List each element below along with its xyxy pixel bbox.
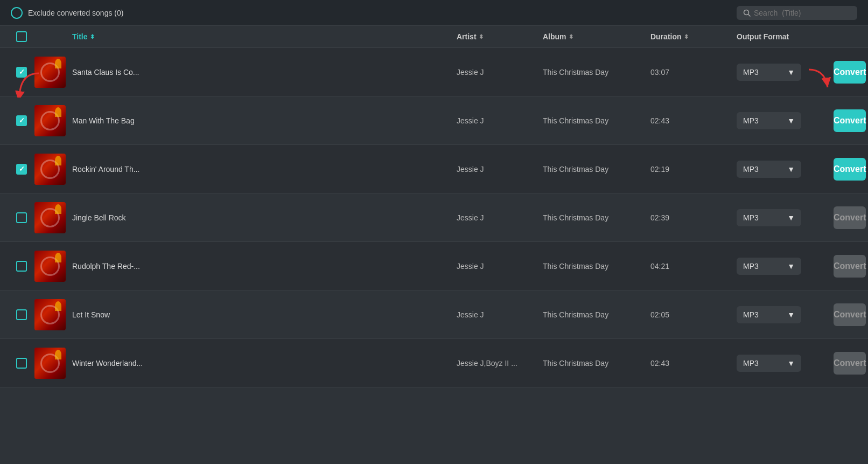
row-checkbox-cell (9, 309, 34, 320)
table-row: Santa Claus Is Co... Jessie J This Chris… (0, 48, 868, 96)
format-dropdown[interactable]: MP3 ▼ (737, 161, 801, 178)
header-checkbox[interactable] (9, 31, 34, 42)
convert-button[interactable]: Convert (834, 352, 866, 375)
convert-button[interactable]: Convert (834, 303, 866, 326)
search-input[interactable] (754, 9, 851, 17)
artist-name: Jessie J (457, 213, 543, 222)
convert-button[interactable]: Convert (834, 206, 866, 229)
convert-button[interactable]: Convert (834, 61, 866, 84)
duration: 02:43 (650, 116, 737, 125)
row-checkbox-cell (9, 115, 34, 126)
row-checkbox[interactable] (16, 309, 27, 320)
action-cell: Convert ✕ (834, 158, 859, 181)
row-checkbox-cell (9, 67, 34, 78)
duration: 04:21 (650, 262, 737, 271)
dropdown-arrow-icon: ▼ (787, 165, 795, 174)
song-title: Santa Claus Is Co... (72, 68, 169, 77)
album-art (34, 154, 66, 185)
duration: 02:19 (650, 165, 737, 174)
album-art-cell (34, 154, 72, 185)
album-art-cell (34, 105, 72, 136)
format-label: MP3 (743, 116, 759, 125)
action-cell: Convert ✕ (834, 303, 859, 326)
format-dropdown[interactable]: MP3 ▼ (737, 112, 801, 129)
table-header: Title ⬍ Artist ⬍ Album ⬍ Duration ⬍ Outp… (0, 26, 868, 48)
format-label: MP3 (743, 165, 759, 174)
artist-name: Jessie J (457, 165, 543, 174)
row-checkbox-cell (9, 212, 34, 223)
album-art (34, 299, 66, 330)
convert-button[interactable]: Convert (834, 255, 866, 278)
row-checkbox[interactable] (16, 164, 27, 175)
album-art (34, 251, 66, 282)
search-icon (743, 9, 751, 17)
album-art (34, 105, 66, 136)
action-cell: Convert ✕ (834, 206, 859, 229)
col-title[interactable]: Title ⬍ (72, 32, 457, 41)
album-art-image (34, 105, 66, 136)
action-cell: Convert ✕ (834, 61, 859, 84)
song-title: Winter Wonderland... (72, 359, 169, 368)
artist-name: Jessie J,Boyz II ... (457, 359, 543, 368)
format-dropdown[interactable]: MP3 ▼ (737, 209, 801, 226)
format-cell: MP3 ▼ (737, 258, 834, 275)
album-art-cell (34, 251, 72, 282)
select-all-checkbox[interactable] (16, 31, 27, 42)
artist-name: Jessie J (457, 262, 543, 271)
top-bar: Exclude converted songs (0) (0, 0, 868, 26)
row-checkbox[interactable] (16, 212, 27, 223)
song-title: Jingle Bell Rock (72, 213, 169, 222)
format-dropdown[interactable]: MP3 ▼ (737, 355, 801, 372)
format-label: MP3 (743, 262, 759, 271)
song-title: Rockin' Around Th... (72, 165, 169, 174)
album-art-image (34, 348, 66, 379)
col-album[interactable]: Album ⬍ (543, 32, 650, 41)
row-checkbox-cell (9, 358, 34, 369)
format-dropdown[interactable]: MP3 ▼ (737, 64, 801, 81)
format-cell: MP3 ▼ (737, 112, 834, 129)
format-dropdown[interactable]: MP3 ▼ (737, 258, 801, 275)
album-art-image (34, 251, 66, 282)
table-row: Man With The Bag Jessie J This Christmas… (0, 96, 868, 145)
col-output-format: Output Format (737, 32, 834, 41)
album-name: This Christmas Day (543, 213, 650, 222)
table-row: Rudolph The Red-... Jessie J This Christ… (0, 242, 868, 290)
song-title: Man With The Bag (72, 116, 169, 125)
row-checkbox[interactable] (16, 67, 27, 78)
album-art-image (34, 154, 66, 185)
album-art-cell (34, 202, 72, 233)
title-sort-icon: ⬍ (90, 33, 95, 40)
convert-button[interactable]: Convert (834, 109, 866, 132)
exclude-icon[interactable] (11, 7, 23, 19)
album-art (34, 348, 66, 379)
row-checkbox-cell (9, 261, 34, 272)
convert-button[interactable]: Convert (834, 158, 866, 181)
album-art-cell (34, 299, 72, 330)
row-checkbox[interactable] (16, 261, 27, 272)
duration: 02:43 (650, 359, 737, 368)
search-box[interactable] (737, 6, 857, 20)
album-art (34, 57, 66, 88)
col-artist[interactable]: Artist ⬍ (457, 32, 543, 41)
artist-name: Jessie J (457, 116, 543, 125)
artist-name: Jessie J (457, 310, 543, 319)
format-dropdown[interactable]: MP3 ▼ (737, 306, 801, 323)
artist-sort-icon: ⬍ (479, 33, 484, 40)
album-name: This Christmas Day (543, 262, 650, 271)
album-art-cell (34, 57, 72, 88)
exclude-label: Exclude converted songs (0) (28, 9, 123, 17)
format-label: MP3 (743, 310, 759, 319)
duration: 02:39 (650, 213, 737, 222)
table-row: Rockin' Around Th... Jessie J This Chris… (0, 145, 868, 193)
dropdown-arrow-icon: ▼ (787, 116, 795, 125)
col-duration[interactable]: Duration ⬍ (650, 32, 737, 41)
album-name: This Christmas Day (543, 116, 650, 125)
format-label: MP3 (743, 213, 759, 222)
rows-container: Santa Claus Is Co... Jessie J This Chris… (0, 48, 868, 387)
dropdown-arrow-icon: ▼ (787, 359, 795, 368)
dropdown-arrow-icon: ▼ (787, 310, 795, 319)
action-cell: Convert ✕ (834, 255, 859, 278)
row-checkbox[interactable] (16, 358, 27, 369)
row-checkbox[interactable] (16, 115, 27, 126)
svg-line-1 (748, 14, 751, 16)
